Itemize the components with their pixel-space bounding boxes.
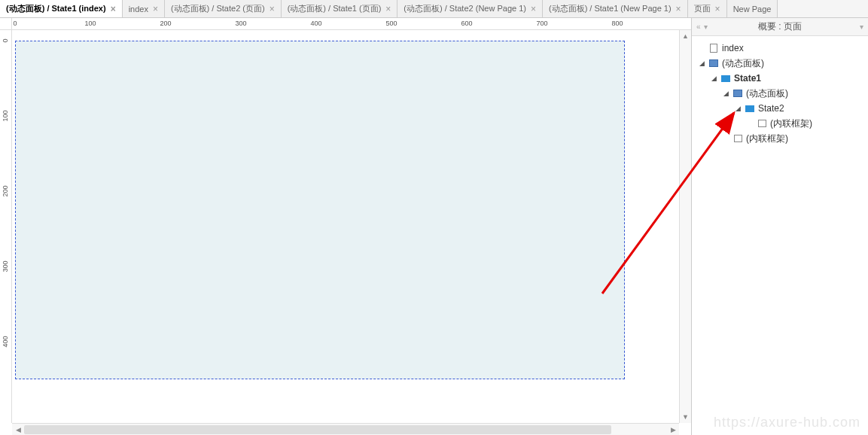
tab-label: (动态面板) / State2 (New Page 1) <box>404 3 526 14</box>
caret-down-icon[interactable]: ◢ <box>710 75 717 82</box>
tab-state2-page[interactable]: (动态面板) / State2 (页面) × <box>165 0 282 17</box>
outline-tree: ▶ index ◢ (动态面板) ◢ State1 ◢ (动态面板) <box>692 36 868 151</box>
scroll-left-icon[interactable]: ◀ <box>12 424 24 435</box>
tree-item-iframe-inner[interactable]: ▶ (内联框架) <box>695 116 865 131</box>
watermark: https://axure-hub.com <box>714 415 860 430</box>
tab-label: 页面 <box>694 3 711 14</box>
ruler-tick: 200 <box>2 185 9 196</box>
outline-panel: « ▾ 概要 : 页面 ▾ ▶ index ◢ (动态面板) ◢ <box>691 18 868 435</box>
tab-state1-newpage1[interactable]: (动态面板) / State1 (New Page 1) × <box>543 0 688 17</box>
tree-label: (内联框架) <box>746 132 788 145</box>
tree-item-state1[interactable]: ◢ State1 <box>695 71 865 86</box>
tab-index[interactable]: index × <box>123 0 165 17</box>
ruler-tick: 100 <box>2 110 9 121</box>
scrollbar-vertical[interactable]: ▲ ▼ <box>679 30 691 423</box>
scroll-up-icon[interactable]: ▲ <box>680 30 691 42</box>
tab-label: (动态面板) / State1 (index) <box>6 3 106 14</box>
ruler-tick: 400 <box>310 20 321 27</box>
tree-label: (动态面板) <box>722 57 764 70</box>
tab-state2-newpage1[interactable]: (动态面板) / State2 (New Page 1) × <box>397 0 543 17</box>
iframe-icon <box>732 134 743 143</box>
tree-label: (内联框架) <box>770 117 812 130</box>
scroll-right-icon[interactable]: ▶ <box>667 424 679 435</box>
close-icon[interactable]: × <box>270 4 275 14</box>
tree-label: State1 <box>734 73 761 84</box>
state-icon <box>720 74 731 83</box>
dropdown-icon[interactable]: ▾ <box>704 23 708 31</box>
ruler-corner <box>0 18 12 30</box>
scrollbar-horizontal[interactable]: ◀ ▶ <box>12 423 679 435</box>
panel-icon <box>732 89 743 98</box>
tab-newpage[interactable]: New Page <box>727 0 778 17</box>
panel-title: 概要 : 页面 <box>758 20 802 33</box>
ruler-tick: 100 <box>84 20 96 27</box>
ruler-tick: 500 <box>385 20 397 27</box>
panel-icon <box>708 59 719 68</box>
ruler-tick: 700 <box>536 20 547 27</box>
tree-label: index <box>722 43 744 53</box>
scroll-down-icon[interactable]: ▼ <box>680 411 691 423</box>
tab-state1-index[interactable]: (动态面板) / State1 (index) × <box>0 0 123 17</box>
tab-state1-page[interactable]: (动态面板) / State1 (页面) × <box>282 0 398 17</box>
close-icon[interactable]: × <box>153 4 158 14</box>
tab-label: (动态面板) / State2 (页面) <box>171 3 265 14</box>
close-icon[interactable]: × <box>715 4 720 14</box>
main-area: 0 100 200 300 400 500 600 700 800 0 100 … <box>0 18 868 435</box>
tab-page[interactable]: 页面 × <box>688 0 727 17</box>
dynamic-panel-frame[interactable] <box>15 41 625 379</box>
ruler-tick: 800 <box>611 20 623 27</box>
close-icon[interactable]: × <box>111 4 116 14</box>
page-icon <box>708 44 719 53</box>
panel-controls-left[interactable]: « ▾ <box>696 23 708 31</box>
ruler-tick: 300 <box>235 20 246 27</box>
tree-item-dynamic-panel-inner[interactable]: ◢ (动态面板) <box>695 86 865 101</box>
panel-menu-icon[interactable]: ▾ <box>860 23 863 31</box>
tree-item-dynamic-panel[interactable]: ◢ (动态面板) <box>695 56 865 71</box>
ruler-tick: 0 <box>2 38 9 42</box>
scroll-thumb[interactable] <box>24 425 611 434</box>
tab-label: (动态面板) / State1 (New Page 1) <box>549 3 672 14</box>
tab-label: index <box>129 5 148 14</box>
close-icon[interactable]: × <box>385 4 391 14</box>
canvas[interactable] <box>12 30 691 423</box>
ruler-tick: 400 <box>2 336 9 347</box>
caret-down-icon[interactable]: ◢ <box>722 90 729 97</box>
tree-item-iframe[interactable]: ▶ (内联框架) <box>695 131 865 146</box>
tree-label: State2 <box>758 103 784 114</box>
caret-down-icon[interactable]: ◢ <box>698 59 705 67</box>
tab-label: New Page <box>733 5 772 14</box>
canvas-wrapper: 0 100 200 300 400 500 600 700 800 0 100 … <box>0 18 691 435</box>
iframe-icon <box>757 119 767 128</box>
tree-label: (动态面板) <box>746 87 788 100</box>
ruler-tick: 300 <box>2 260 9 272</box>
close-icon[interactable]: × <box>676 4 681 14</box>
ruler-vertical: 0 100 200 300 400 <box>0 30 12 423</box>
panel-header: « ▾ 概要 : 页面 ▾ <box>692 18 868 36</box>
state-icon <box>745 104 755 113</box>
tree-item-state2[interactable]: ◢ State2 <box>695 101 865 116</box>
ruler-tick: 600 <box>461 20 472 27</box>
ruler-tick: 200 <box>160 20 171 27</box>
close-icon[interactable]: × <box>531 4 536 14</box>
caret-down-icon[interactable]: ◢ <box>734 105 742 112</box>
ruler-horizontal: 0 100 200 300 400 500 600 700 800 <box>12 18 691 30</box>
tab-bar: (动态面板) / State1 (index) × index × (动态面板)… <box>0 0 868 18</box>
tab-label: (动态面板) / State1 (页面) <box>288 3 382 14</box>
ruler-tick: 0 <box>13 20 17 27</box>
tree-item-index[interactable]: ▶ index <box>695 41 865 56</box>
collapse-icon[interactable]: « <box>696 23 701 31</box>
